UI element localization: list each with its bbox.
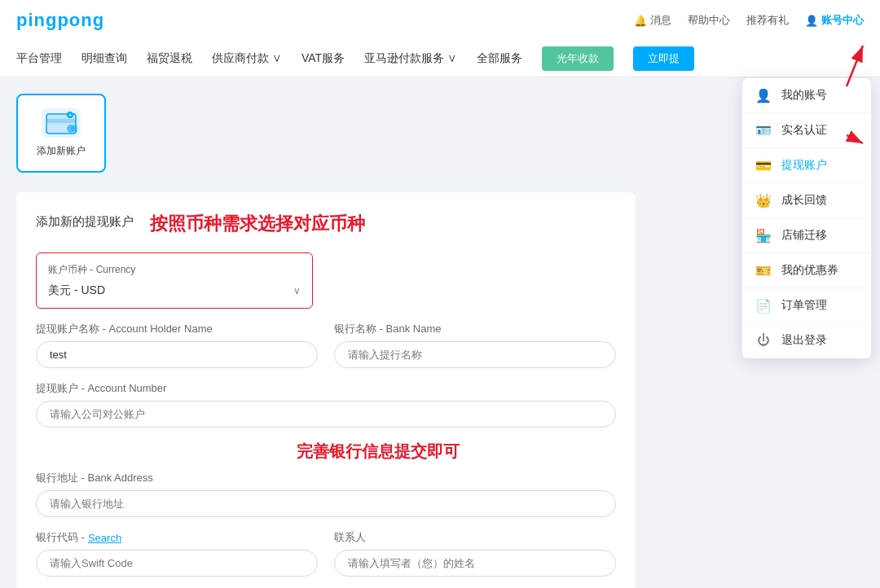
- header-right: 🔔 消息 帮助中心 推荐有礼 👤 账号中心: [634, 13, 864, 28]
- account-label: 提现账户 - Account Number: [36, 381, 616, 396]
- bank-address-group: 银行地址 - Bank Address: [36, 471, 616, 517]
- currency-select-row: 美元 - USD ∨: [48, 283, 301, 298]
- add-account-label: 添加新账户: [37, 144, 86, 158]
- logout-icon: ⏻: [755, 334, 772, 347]
- nav-bar: 平台管理 明细查询 福贸退税 供应商付款 ∨ VAT服务 亚马逊付款服务 ∨ 全…: [16, 41, 864, 77]
- bank-address-input[interactable]: [36, 490, 616, 517]
- add-account-card[interactable]: + 添加新账户: [16, 94, 106, 173]
- swift-label-text: 银行代码 -: [36, 530, 85, 545]
- currency-label: 账户币种 - Currency: [48, 263, 301, 277]
- btn-instant[interactable]: 立即提: [633, 46, 694, 71]
- add-account-icon: +: [42, 108, 81, 138]
- swift-input[interactable]: [36, 550, 318, 577]
- nav-supplier[interactable]: 供应商付款 ∨: [212, 51, 282, 66]
- header-messages[interactable]: 🔔 消息: [634, 13, 671, 28]
- dropdown-growth-label: 成长回馈: [781, 193, 827, 208]
- annotation-text-1: 按照币种需求选择对应币种: [150, 212, 365, 236]
- section-title-wrapper: 添加新的提现账户 按照币种需求选择对应币种: [36, 212, 616, 236]
- holder-label: 提现账户名称 - Account Holder Name: [36, 322, 318, 336]
- dropdown-withdraw-account[interactable]: 💳 提现账户: [742, 148, 871, 183]
- holder-bank-row: 提现账户名称 - Account Holder Name 银行名称 - Bank…: [36, 322, 616, 381]
- bank-name-input[interactable]: [334, 341, 616, 368]
- currency-value: 美元 - USD: [48, 283, 105, 298]
- header-referral[interactable]: 推荐有礼: [746, 13, 789, 28]
- header-account-center[interactable]: 👤 账号中心: [805, 13, 864, 28]
- currency-group: 账户币种 - Currency 美元 - USD ∨: [36, 252, 616, 309]
- dropdown-my-account-label: 我的账号: [781, 88, 827, 103]
- holder-group: 提现账户名称 - Account Holder Name: [36, 322, 318, 368]
- dropdown-orders-label: 订单管理: [781, 298, 827, 313]
- header-help[interactable]: 帮助中心: [688, 13, 730, 28]
- btn-lightyear[interactable]: 光年收款: [542, 46, 614, 71]
- bank-name-label: 银行名称 - Bank Name: [334, 322, 616, 336]
- contact-input[interactable]: [334, 550, 616, 577]
- main-content: + 添加新账户 添加新的提现账户 按照币种需求选择对应币种 账户币种 - Cur…: [0, 77, 880, 588]
- dropdown-withdraw-label: 提现账户: [781, 158, 827, 173]
- form-section: 添加新的提现账户 按照币种需求选择对应币种 账户币种 - Currency 美元…: [16, 192, 636, 588]
- dropdown-menu: 👤 我的账号 🪪 实名认证 💳 提现账户 👑 成长回馈 🏪 店铺迁移 🎫 我的优…: [741, 77, 872, 359]
- dropdown-coupons-label: 我的优惠券: [781, 263, 838, 278]
- dropdown-my-account[interactable]: 👤 我的账号: [742, 78, 871, 113]
- user-circle-icon: 👤: [755, 89, 772, 102]
- svg-text:+: +: [68, 112, 72, 118]
- bell-icon: 🔔: [634, 15, 647, 27]
- nav-details[interactable]: 明细查询: [81, 51, 127, 66]
- currency-box[interactable]: 账户币种 - Currency 美元 - USD ∨: [36, 252, 313, 309]
- user-icon: 👤: [805, 15, 818, 27]
- account-group: 提现账户 - Account Number: [36, 381, 616, 428]
- account-input[interactable]: [36, 401, 616, 428]
- form-title: 添加新的提现账户: [36, 214, 134, 230]
- nav-platform[interactable]: 平台管理: [16, 51, 62, 66]
- dropdown-logout-label: 退出登录: [781, 333, 827, 348]
- holder-input[interactable]: [36, 341, 318, 368]
- swift-search-link[interactable]: Search: [88, 532, 121, 544]
- coupon-icon: 🎫: [755, 264, 772, 277]
- dropdown-coupons[interactable]: 🎫 我的优惠券: [742, 253, 871, 288]
- nav-tax[interactable]: 福贸退税: [147, 51, 192, 66]
- contact-group: 联系人: [334, 530, 616, 577]
- dropdown-orders[interactable]: 📄 订单管理: [742, 288, 871, 323]
- dropdown-logout[interactable]: ⏻ 退出登录: [742, 323, 871, 358]
- dropdown-growth[interactable]: 👑 成长回馈: [742, 183, 871, 218]
- chevron-down-icon: ∨: [293, 285, 301, 296]
- store-icon: 🏪: [755, 229, 772, 242]
- left-content: + 添加新账户 添加新的提现账户 按照币种需求选择对应币种 账户币种 - Cur…: [16, 94, 864, 588]
- swift-label-wrapper: 银行代码 - Search: [36, 530, 318, 545]
- card-icon-svg: +: [45, 111, 77, 135]
- dropdown-store-migrate[interactable]: 🏪 店铺迁移: [742, 218, 871, 253]
- swift-group: 银行代码 - Search: [36, 530, 318, 577]
- bank-address-label: 银行地址 - Bank Address: [36, 471, 616, 485]
- dropdown-real-name[interactable]: 🪪 实名认证: [742, 113, 871, 148]
- crown-icon: 👑: [755, 194, 772, 207]
- order-icon: 📄: [755, 299, 772, 312]
- nav-amazon[interactable]: 亚马逊付款服务 ∨: [364, 51, 457, 66]
- annotation-text-2: 完善银行信息提交即可: [297, 441, 616, 463]
- swift-contact-row: 银行代码 - Search 联系人: [36, 530, 616, 588]
- header-top: pingpong 🔔 消息 帮助中心 推荐有礼 👤 账号中心: [16, 0, 864, 41]
- nav-all[interactable]: 全部服务: [477, 51, 522, 66]
- bank-name-group: 银行名称 - Bank Name: [334, 322, 616, 368]
- contact-label: 联系人: [334, 530, 616, 545]
- dropdown-real-name-label: 实名认证: [781, 123, 827, 138]
- svg-rect-1: [46, 119, 76, 123]
- dropdown-store-label: 店铺迁移: [781, 228, 827, 243]
- header: pingpong 🔔 消息 帮助中心 推荐有礼 👤 账号中心 平台管理 明细查询…: [0, 0, 880, 77]
- credit-card-icon: 💳: [755, 159, 772, 172]
- logo: pingpong: [16, 10, 104, 31]
- nav-vat[interactable]: VAT服务: [301, 51, 345, 66]
- id-card-icon: 🪪: [755, 124, 772, 137]
